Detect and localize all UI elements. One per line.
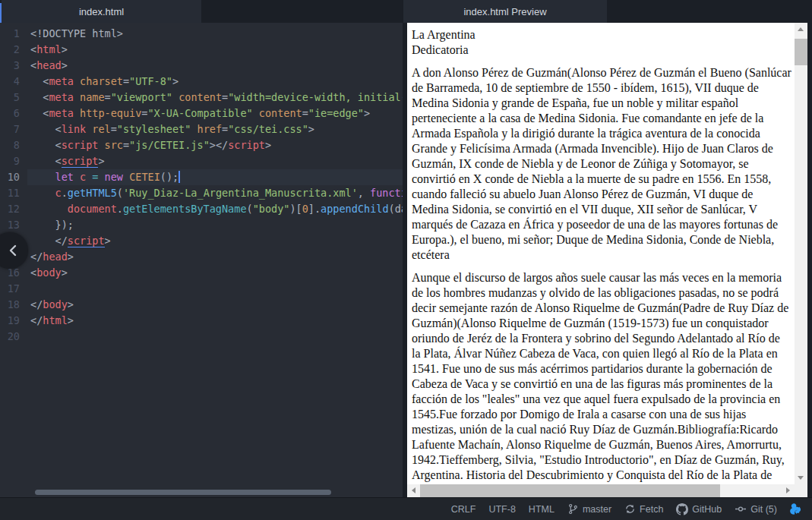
code-token: src [105, 139, 123, 151]
code-token: (data) [389, 203, 403, 215]
code-token [30, 187, 55, 199]
code-line[interactable]: 4 <meta charset="UTF-8"> [0, 74, 403, 90]
code-token [123, 171, 129, 183]
code-token: meta [49, 107, 74, 119]
code-token: href [197, 123, 223, 135]
code-token: 0 [302, 203, 308, 215]
code-token: let [55, 171, 74, 183]
code-line[interactable]: 19</html> [0, 313, 403, 329]
tab-editor-index-html[interactable]: index.html [2, 0, 201, 23]
code-token: body [43, 298, 68, 310]
code-token [172, 91, 179, 103]
code-token: "js/CETEI.js" [129, 139, 210, 151]
code-token: function [370, 187, 403, 199]
status-item-html[interactable]: HTML [529, 504, 554, 515]
code-token: script [62, 139, 99, 151]
scroll-up-arrow-icon[interactable] [798, 27, 804, 31]
code-line[interactable]: 13 }); [0, 217, 403, 233]
code-text: c.getHTML5('Ruy_Diaz-La_Argentina_Manusc… [27, 185, 403, 201]
line-number: 3 [0, 58, 27, 74]
code-token: > [62, 59, 68, 71]
editor-horizontal-scrollbar-thumb[interactable] [35, 490, 331, 495]
code-token: = [302, 107, 308, 119]
status-item-crlf[interactable]: CRLF [451, 504, 476, 515]
code-token: document [68, 203, 117, 215]
code-line[interactable]: 10 let c = new CETEI(); [0, 169, 403, 185]
scroll-right-arrow-icon[interactable] [786, 487, 790, 493]
code-line[interactable]: 12 document.getElementsByTagName("body")… [0, 201, 403, 217]
text-cursor [179, 171, 180, 183]
code-text: <link rel="stylesheet" href="css/tei.css… [27, 121, 403, 137]
code-token: > [68, 298, 74, 310]
line-number: 7 [0, 121, 27, 137]
code-text: <meta charset="UTF-8"> [27, 74, 403, 90]
scrollbar-corner [795, 484, 807, 497]
status-item-utf-8[interactable]: UTF-8 [488, 504, 515, 515]
tab-bar: index.html index.html Preview [0, 0, 812, 23]
code-line[interactable]: 20 [0, 329, 403, 345]
code-token: < [30, 59, 36, 71]
line-number: 8 [0, 137, 27, 153]
preview-horizontal-scrollbar[interactable] [407, 484, 795, 497]
preview-title-line: Dedicatoria [412, 43, 791, 58]
code-token: > [68, 251, 74, 263]
code-line[interactable]: 9 <script> [0, 153, 403, 169]
code-line[interactable]: 5 <meta name="viewport" content="width=d… [0, 90, 403, 106]
code-line[interactable]: 2<html> [0, 42, 403, 58]
code-line[interactable]: 7 <link rel="stylesheet" href="css/tei.c… [0, 121, 403, 137]
code-token: > [105, 235, 111, 247]
git-commit-icon [735, 503, 747, 515]
code-text: <meta name="viewport" content="width=dev… [27, 90, 403, 106]
code-editor-pane[interactable]: 1<!DOCTYPE html>2<html>3<head>4 <meta ch… [0, 23, 403, 497]
status-item-fetch[interactable]: Fetch [624, 503, 663, 515]
code-token: < [30, 43, 36, 55]
code-token: meta [49, 91, 74, 103]
code-line[interactable]: 8 <script src="js/CETEI.js"></script> [0, 137, 403, 153]
code-line[interactable]: 15</head> [0, 249, 403, 265]
code-line[interactable]: 18</body> [0, 297, 403, 313]
preview-hscroll-thumb[interactable] [420, 484, 720, 497]
code-line[interactable]: 6 <meta http-equiv="X-UA-Compatible" con… [0, 106, 403, 121]
code-text: document.getElementsByTagName("body")[0]… [27, 201, 403, 217]
code-line[interactable]: 11 c.getHTML5('Ruy_Diaz-La_Argentina_Man… [0, 185, 403, 201]
scroll-left-arrow-icon[interactable] [412, 487, 415, 493]
code-text: </script> [27, 233, 403, 249]
code-line[interactable]: 3<head> [0, 58, 403, 74]
line-number: 19 [0, 313, 27, 329]
tab-preview-label: index.html Preview [463, 6, 546, 17]
line-number: 6 [0, 106, 27, 121]
code-token: )[ [289, 203, 302, 215]
status-item-github[interactable]: GitHub [676, 503, 722, 515]
code-token [30, 171, 55, 183]
code-token: </ [30, 298, 43, 310]
status-item-label: Fetch [640, 504, 663, 515]
tab-preview-index-html[interactable]: index.html Preview [403, 0, 607, 23]
line-number: 13 [0, 217, 27, 233]
status-item-git-5[interactable]: Git (5) [735, 503, 777, 515]
preview-paragraph: Aunque el discurso de largos años suele … [412, 270, 791, 484]
line-number: 18 [0, 297, 27, 313]
code-line[interactable]: 17 [0, 281, 403, 297]
preview-title-line: La Argentina [412, 27, 791, 43]
code-token: </ [30, 235, 68, 247]
scroll-down-arrow-icon[interactable] [798, 476, 804, 480]
code-token [98, 139, 104, 151]
code-line[interactable]: 16<body> [0, 265, 403, 281]
status-item-master[interactable]: master [567, 503, 611, 515]
sync-icon [624, 503, 636, 515]
code-token: getHTML5 [68, 187, 117, 199]
code-token: script [228, 139, 265, 151]
code-line[interactable]: 1<!DOCTYPE html> [0, 26, 403, 42]
preview-vscroll-thumb[interactable] [795, 39, 807, 65]
code-text: </head> [27, 249, 403, 265]
code-token: > [172, 75, 179, 87]
code-token: content [259, 107, 302, 119]
code-token: </ [30, 251, 43, 263]
code-token: rel [92, 123, 110, 135]
line-number: 5 [0, 90, 27, 106]
code-line[interactable]: 14 </script> [0, 233, 403, 249]
status-item-squirrel-icon[interactable] [790, 503, 804, 515]
preview-vertical-scrollbar[interactable] [795, 23, 807, 484]
code-text: <meta http-equiv="X-UA-Compatible" conte… [27, 106, 403, 121]
code-token: "UTF-8" [129, 75, 172, 87]
